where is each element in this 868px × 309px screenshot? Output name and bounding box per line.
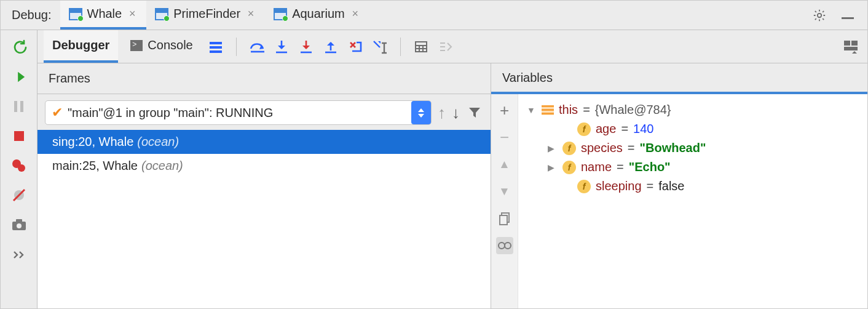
camera-icon[interactable]: [10, 216, 28, 233]
frame-package: (ocean): [137, 135, 179, 149]
close-icon[interactable]: ×: [350, 7, 361, 20]
run-config-tabs: Whale × PrimeFinder × Aquarium ×: [60, 1, 369, 30]
debugger-toolbar: Debugger Console: [37, 30, 867, 63]
next-frame-icon[interactable]: ↓: [452, 103, 460, 122]
step-into-icon[interactable]: [271, 36, 292, 57]
mute-breakpoints-icon[interactable]: [10, 187, 28, 204]
run-tab-whale[interactable]: Whale ×: [60, 1, 147, 30]
equals-sign: =: [621, 122, 628, 136]
move-up-icon[interactable]: ▲: [496, 156, 513, 173]
drop-frame-icon[interactable]: [345, 36, 366, 57]
variables-pane: Variables + − ▲ ▼: [491, 63, 867, 308]
prev-frame-icon[interactable]: ↑: [438, 103, 446, 122]
resume-icon[interactable]: [10, 68, 28, 86]
chevron-right-icon[interactable]: ▶: [548, 163, 558, 172]
svg-point-10: [17, 223, 22, 228]
field-icon: f: [562, 161, 576, 174]
svg-point-34: [499, 243, 505, 249]
thread-stepper-icon[interactable]: [411, 101, 431, 124]
variable-node-species[interactable]: ▶ f species = "Bowhead": [527, 138, 859, 158]
view-breakpoints-icon[interactable]: [10, 157, 28, 174]
thread-selector[interactable]: ✔ "main"@1 in group "main": RUNNING: [45, 100, 432, 125]
tab-label: Console: [148, 38, 192, 52]
equals-sign: =: [647, 179, 654, 193]
run-tab-aquarium[interactable]: Aquarium ×: [265, 1, 369, 30]
evaluate-expression-icon[interactable]: [411, 36, 432, 57]
frame-label: main:25, Whale: [52, 159, 138, 173]
svg-rect-33: [500, 215, 507, 225]
svg-rect-31: [844, 47, 858, 50]
duplicate-watch-icon[interactable]: [496, 210, 513, 227]
frames-pane: Frames ✔ "main"@1 in group "main": RUNNI…: [37, 63, 491, 308]
separator: [400, 38, 401, 56]
chevron-right-icon[interactable]: ▶: [548, 143, 558, 153]
variable-name: this: [559, 103, 578, 117]
rerun-icon[interactable]: [10, 39, 28, 56]
close-icon[interactable]: ×: [245, 7, 256, 20]
svg-rect-29: [844, 41, 850, 46]
variables-header: Variables: [491, 63, 867, 94]
frames-header: Frames: [37, 63, 491, 94]
tab-label: Debugger: [52, 38, 109, 52]
debug-label: Debug:: [1, 1, 60, 30]
variable-name: sleeping: [596, 179, 642, 193]
force-step-into-icon[interactable]: [296, 36, 317, 57]
run-tab-primefinder[interactable]: PrimeFinder ×: [146, 1, 265, 30]
close-icon[interactable]: ×: [127, 7, 138, 20]
tab-debugger[interactable]: Debugger: [44, 30, 118, 63]
variable-node-age[interactable]: f age = 140: [527, 119, 859, 138]
field-icon: f: [562, 142, 576, 155]
svg-point-0: [818, 13, 821, 17]
layout-settings-icon[interactable]: [840, 36, 861, 57]
frames-list: sing:20, Whale (ocean) main:25, Whale (o…: [37, 130, 491, 308]
variable-value: false: [658, 179, 684, 193]
variable-name: age: [596, 122, 616, 136]
variable-name: name: [581, 160, 612, 174]
move-down-icon[interactable]: ▼: [496, 183, 513, 200]
field-icon: f: [577, 180, 591, 193]
minimize-icon[interactable]: [839, 7, 856, 24]
frame-package: (ocean): [141, 159, 183, 173]
variables-tree: ▼ this = {Whale@784} f age = 140: [518, 94, 867, 308]
applet-icon: [69, 8, 82, 20]
debug-side-toolbar: [1, 30, 37, 308]
svg-point-35: [505, 243, 511, 249]
step-over-icon[interactable]: [247, 36, 267, 57]
filter-icon[interactable]: [466, 104, 483, 121]
svg-rect-9: [16, 219, 22, 222]
frame-row[interactable]: main:25, Whale (ocean): [37, 154, 491, 178]
remove-watch-icon[interactable]: −: [496, 129, 513, 146]
pause-icon[interactable]: [10, 98, 28, 115]
variable-value: {Whale@784}: [595, 103, 671, 117]
trace-current-stream-icon[interactable]: [435, 36, 456, 57]
step-out-icon[interactable]: [320, 36, 341, 57]
gear-icon[interactable]: [811, 7, 828, 24]
applet-icon: [274, 8, 287, 20]
chevron-down-icon[interactable]: ▼: [527, 105, 537, 115]
tab-console[interactable]: Console: [122, 30, 201, 63]
run-to-cursor-icon[interactable]: [369, 36, 390, 57]
variables-toolbar: + − ▲ ▼: [491, 94, 518, 308]
new-watch-icon[interactable]: +: [496, 102, 513, 119]
object-icon: [542, 105, 554, 115]
thread-label: "main"@1 in group "main": RUNNING: [68, 106, 411, 120]
stop-icon[interactable]: [10, 127, 28, 145]
frame-row[interactable]: sing:20, Whale (ocean): [37, 130, 491, 154]
check-icon: ✔: [52, 105, 63, 121]
variable-node-this[interactable]: ▼ this = {Whale@784}: [527, 100, 859, 119]
run-tab-label: Aquarium: [292, 7, 345, 21]
separator: [236, 38, 237, 56]
equals-sign: =: [628, 141, 635, 155]
run-tab-label: PrimeFinder: [173, 7, 240, 21]
field-icon: f: [577, 122, 591, 136]
variable-value: 140: [633, 122, 653, 136]
threads-icon[interactable]: [205, 36, 226, 57]
show-watches-icon[interactable]: [496, 237, 513, 254]
svg-rect-30: [851, 41, 858, 46]
run-tab-label: Whale: [87, 7, 122, 21]
variable-node-sleeping[interactable]: f sleeping = false: [527, 177, 859, 196]
more-icon[interactable]: [10, 246, 28, 263]
frame-label: sing:20, Whale: [52, 135, 133, 149]
equals-sign: =: [617, 160, 624, 174]
variable-node-name[interactable]: ▶ f name = "Echo": [527, 158, 859, 177]
